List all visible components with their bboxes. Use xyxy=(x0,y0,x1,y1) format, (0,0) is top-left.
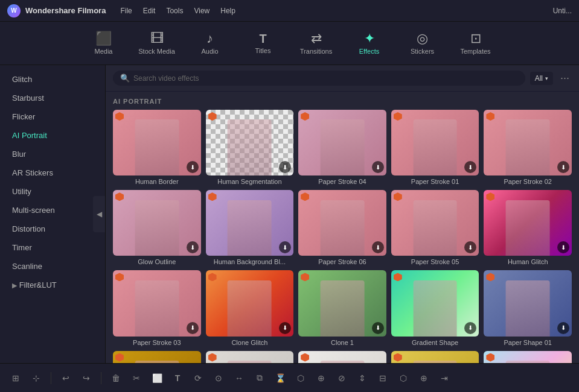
toolbar-stickers[interactable]: ◎ Stickers xyxy=(398,24,447,63)
bottom-mask-btn[interactable]: ⬡ xyxy=(292,370,309,387)
bottom-timer-btn[interactable]: ⌛ xyxy=(272,370,289,387)
toolbar-templates[interactable]: ⊡ Templates xyxy=(452,24,500,63)
toolbar-stock-media[interactable]: 🎞 Stock Media xyxy=(133,24,181,63)
bottom-color-btn[interactable]: ⊕ xyxy=(313,370,330,387)
download-icon-clone-glitch[interactable]: ⬇ xyxy=(279,322,291,334)
grid-label-paper-stroke-01: Paper Stroke 01 xyxy=(391,178,479,185)
download-icon-human-border[interactable]: ⬇ xyxy=(187,161,199,173)
menu-help[interactable]: Help xyxy=(220,7,235,15)
bottom-speed-btn[interactable]: ⊘ xyxy=(333,370,350,387)
sidebar-item-ar-stickers[interactable]: AR Stickers xyxy=(0,163,105,182)
menu-tools[interactable]: Tools xyxy=(166,7,183,15)
sidebar-item-filter-lut[interactable]: ▶ Filter&LUT xyxy=(0,276,105,294)
search-input[interactable] xyxy=(133,74,518,83)
bottom-rotate-btn[interactable]: ⟳ xyxy=(190,370,206,387)
download-icon-gradient-shape[interactable]: ⬇ xyxy=(464,322,476,334)
menu-view[interactable]: View xyxy=(194,7,210,15)
bottom-add-btn[interactable]: ⊕ xyxy=(415,370,432,387)
sidebar: Glitch Starburst Flicker AI Portrait Blu… xyxy=(0,65,106,363)
bottom-audio-btn[interactable]: ⇕ xyxy=(354,370,371,387)
sidebar-item-flicker[interactable]: Flicker xyxy=(0,107,105,126)
grid-item-human-border[interactable]: ⬇ Human Border xyxy=(113,110,201,185)
grid-label-paper-stroke-05: Paper Stroke 05 xyxy=(391,258,479,265)
toolbar-media[interactable]: ⬛ Media xyxy=(80,24,128,63)
sidebar-timer-label: Timer xyxy=(12,243,32,252)
bottom-remove-btn[interactable]: ⇥ xyxy=(436,370,453,387)
toolbar-audio-label: Audio xyxy=(201,48,218,55)
bottom-text-btn[interactable]: T xyxy=(169,370,186,387)
sidebar-item-scanline[interactable]: Scanline xyxy=(0,257,105,276)
grid-item-glow-outline[interactable]: ⬇ Glow Outline xyxy=(113,190,201,265)
thumb-human-background-bl: ⬇ xyxy=(206,190,294,256)
sidebar-item-starburst[interactable]: Starburst xyxy=(0,89,105,107)
bottom-crop-btn[interactable]: ⬜ xyxy=(149,370,165,387)
bottom-arrange-btn[interactable]: ⧉ xyxy=(251,370,268,387)
bottom-transform-btn[interactable]: ⬡ xyxy=(395,370,412,387)
toolbar-titles[interactable]: T Titles xyxy=(239,24,287,63)
toolbar-audio[interactable]: ♪ Audio xyxy=(186,24,234,63)
download-icon-glow-outline[interactable]: ⬇ xyxy=(187,241,199,253)
bottom-delete-btn[interactable]: 🗑 xyxy=(107,370,124,387)
search-input-wrapper[interactable]: 🔍 xyxy=(113,71,525,86)
download-icon-paper-stroke-05[interactable]: ⬇ xyxy=(464,241,476,253)
bottom-split-btn[interactable]: ⊟ xyxy=(374,370,391,387)
badge-icon-paper-stroke-04 xyxy=(301,112,309,121)
bottom-redo-btn[interactable]: ↪ xyxy=(78,370,95,387)
sidebar-scroll-button[interactable]: ◀ xyxy=(93,196,105,232)
sidebar-item-glitch[interactable]: Glitch xyxy=(0,70,105,89)
menu-edit[interactable]: Edit xyxy=(143,7,156,15)
bottom-cut-btn[interactable]: ✂ xyxy=(128,370,145,387)
bottom-layout-btn[interactable]: ⊞ xyxy=(7,370,24,387)
grid-item-paper-stroke-05[interactable]: ⬇ Paper Stroke 05 xyxy=(391,190,479,265)
download-icon-human-background-bl[interactable]: ⬇ xyxy=(279,241,291,253)
grid-item-gradient-shape[interactable]: ⬇ Gradient Shape xyxy=(391,270,479,346)
grid-item-paper-shape-01[interactable]: ⬇ Paper Shape 01 xyxy=(484,270,572,346)
grid-item-clone-1[interactable]: ⬇ Clone 1 xyxy=(298,270,386,346)
bottom-flip-btn[interactable]: ↔ xyxy=(231,370,248,387)
thumb-paper-shape-06: ⬇ xyxy=(113,351,201,363)
grid-item-paper-stroke-03[interactable]: ⬇ Paper Stroke 03 xyxy=(113,270,201,346)
sidebar-item-distortion[interactable]: Distortion xyxy=(0,220,105,238)
badge-icon-glow-outline xyxy=(115,192,124,201)
download-icon-paper-stroke-06[interactable]: ⬇ xyxy=(372,241,384,253)
filter-dropdown[interactable]: All ▾ xyxy=(530,72,553,85)
sidebar-item-timer[interactable]: Timer xyxy=(0,238,105,257)
search-bar: 🔍 All ▾ ··· xyxy=(106,65,579,92)
badge-icon-paper-stroke-01 xyxy=(394,112,402,121)
download-icon-paper-stroke-02[interactable]: ⬇ xyxy=(557,161,569,173)
download-icon-human-glitch[interactable]: ⬇ xyxy=(557,241,569,253)
bottom-undo-btn[interactable]: ↩ xyxy=(57,370,74,387)
menu-file[interactable]: File xyxy=(120,7,132,15)
grid-item-paper-stroke-06[interactable]: ⬇ Paper Stroke 06 xyxy=(298,190,386,265)
grid-item-paper-stroke-04[interactable]: ⬇ Paper Stroke 04 xyxy=(298,110,386,185)
sidebar-item-multi-screen[interactable]: Multi-screen xyxy=(0,201,105,220)
sidebar-item-utility[interactable]: Utility xyxy=(0,182,105,201)
download-icon-paper-stroke-03[interactable]: ⬇ xyxy=(187,322,199,334)
download-icon-paper-stroke-04[interactable]: ⬇ xyxy=(372,161,384,173)
grid-item-paper-stroke-02[interactable]: ⬇ Paper Stroke 02 xyxy=(484,110,572,185)
download-icon-human-segmentation[interactable]: ⬇ xyxy=(279,161,291,173)
download-icon-clone-1[interactable]: ⬇ xyxy=(372,322,384,334)
grid-item-paper-shape-06[interactable]: ⬇ Paper Shape 06 xyxy=(113,351,201,363)
sidebar-item-blur[interactable]: Blur xyxy=(0,145,105,163)
bottom-select-btn[interactable]: ⊹ xyxy=(28,370,45,387)
download-icon-paper-shape-01[interactable]: ⬇ xyxy=(557,322,569,334)
grid-item-human-glitch[interactable]: ⬇ Human Glitch xyxy=(484,190,572,265)
grid-item-clone-glitch[interactable]: ⬇ Clone Glitch xyxy=(206,270,294,346)
sidebar-multi-screen-label: Multi-screen xyxy=(12,206,55,215)
toolbar-transitions[interactable]: ⇄ Transitions xyxy=(292,24,341,63)
sidebar-item-ai-portrait[interactable]: AI Portrait xyxy=(0,126,105,145)
download-icon-paper-stroke-01[interactable]: ⬇ xyxy=(464,161,476,173)
grid-item-paper-shape-05[interactable]: ⬇ Paper Shape 05 xyxy=(206,351,294,363)
grid-item-paper-shape-04[interactable]: ⬇ Paper Shape 04 xyxy=(298,351,386,363)
more-options-button[interactable]: ··· xyxy=(558,69,572,87)
toolbar-effects[interactable]: ✦ Effects xyxy=(345,24,394,63)
bottom-zoom-btn[interactable]: ⊙ xyxy=(210,370,227,387)
grid-item-paper-shape-02[interactable]: ⬇ Paper Shape 02 xyxy=(391,351,479,363)
grid-item-paper-stroke-01[interactable]: ⬇ Paper Stroke 01 xyxy=(391,110,479,185)
grid-label-paper-shape-01: Paper Shape 01 xyxy=(484,339,572,346)
grid-item-paper-shape-07[interactable]: ⬇ Paper Shape 07 xyxy=(484,351,572,363)
grid-item-human-segmentation[interactable]: ⬇ Human Segmentation xyxy=(206,110,294,185)
badge-icon-clone-glitch xyxy=(208,273,217,281)
grid-item-human-background-bl[interactable]: ⬇ Human Background Bl... xyxy=(206,190,294,265)
